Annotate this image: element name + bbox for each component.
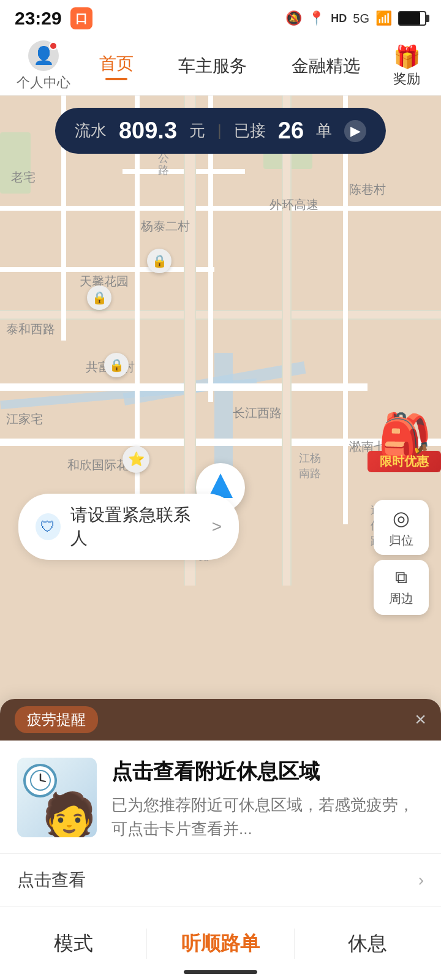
personal-label: 个人中心 xyxy=(17,74,70,92)
map-poi-3: 🔒 xyxy=(104,353,129,377)
map-label-2: 外环高速 xyxy=(270,197,318,213)
map-label-10: 老宅 xyxy=(11,169,36,186)
status-bar: 23:29 口 🔕 📍 HD 5G 📶 xyxy=(0,0,441,37)
avatar: 👤 xyxy=(28,40,59,71)
notif-content: 点击查看附近休息区域 已为您推荐附近可休息区域，若感觉疲劳，可点击卡片查看并..… xyxy=(111,758,424,841)
nav-home[interactable]: 首页 xyxy=(94,52,138,80)
notif-action-button[interactable]: 点击查看 xyxy=(17,869,86,892)
listen-order-button[interactable]: 听顺路单 xyxy=(147,930,293,957)
battery-icon xyxy=(398,11,426,26)
road-h2 xyxy=(0,310,441,320)
bell-icon: 🔕 xyxy=(285,10,302,26)
reward-label: 奖励 xyxy=(393,70,420,88)
nav-finance[interactable]: 金融精选 xyxy=(287,55,365,78)
nearby-label: 周边 xyxy=(389,590,413,607)
flow-unit: 元 xyxy=(189,120,205,141)
nav-car-service[interactable]: 车主服务 xyxy=(173,55,252,78)
map-label-8b: 南路 xyxy=(299,466,321,481)
nav-items: 首页 车主服务 金融精选 xyxy=(77,52,382,80)
shield-icon: 🛡 xyxy=(36,513,61,540)
signal-icon: 5G xyxy=(353,12,369,26)
personal-center-button[interactable]: 👤 个人中心 xyxy=(10,40,77,92)
wifi-signal-icon: 📶 xyxy=(375,10,392,26)
flow-amount: 809.3 xyxy=(119,118,177,144)
person-illustration: 🧑 xyxy=(42,793,97,837)
notif-desc: 已为您推荐附近可休息区域，若感觉疲劳，可点击卡片查看并... xyxy=(111,793,424,841)
home-indicator xyxy=(184,970,257,974)
order-count: 26 xyxy=(278,118,304,144)
notif-header: 疲劳提醒 × xyxy=(0,699,441,741)
nav-active-underline xyxy=(105,78,127,80)
right-controls: ◎ 归位 ⧉ 周边 xyxy=(374,500,429,615)
promo-icon: 🎒 xyxy=(368,414,441,457)
map-poi-2: 🔒 xyxy=(87,285,111,310)
map-label-7: 长江西路 xyxy=(233,405,282,421)
nav-car-label: 车主服务 xyxy=(178,55,247,78)
info-banner[interactable]: 流水 809.3 元 | 已接 26 单 ▶ xyxy=(55,108,386,154)
rest-label: 休息 xyxy=(348,930,387,957)
road-v4 xyxy=(343,96,348,524)
notification-card[interactable]: 疲劳提醒 × 🧑 点击查看附近休息区域 xyxy=(0,699,441,907)
mode-button[interactable]: 模式 xyxy=(0,930,146,957)
info-divider: | xyxy=(217,121,222,140)
emergency-text: 请设置紧急联系人 xyxy=(70,503,197,550)
map-label-0: 杨泰二村 xyxy=(141,218,190,235)
reward-icon: 🎁 xyxy=(393,44,421,70)
notif-footer[interactable]: 点击查看 › xyxy=(0,853,441,907)
road-v3 xyxy=(282,96,292,586)
river-2 xyxy=(214,353,233,475)
nearby-icon: ⧉ xyxy=(395,568,407,588)
status-time: 23:29 xyxy=(15,8,62,29)
map-label-3: 泰和西路 xyxy=(6,321,55,337)
bottom-nav: 模式 听顺路单 休息 xyxy=(0,907,441,980)
emergency-button[interactable]: 🛡 请设置紧急联系人 > xyxy=(18,494,239,560)
notification-dot xyxy=(49,42,58,50)
notif-title: 点击查看附近休息区域 xyxy=(111,758,424,785)
road-h3 xyxy=(0,267,214,272)
notif-body: 🧑 点击查看附近休息区域 已为您推荐附近可休息区域，若感觉疲劳，可点击卡片查看并… xyxy=(0,741,441,841)
map-label-5: 江家宅 xyxy=(6,411,43,428)
app-logo: 口 xyxy=(70,7,92,29)
top-nav: 👤 个人中心 首页 车主服务 金融精选 🎁 奖励 xyxy=(0,37,441,96)
map-area[interactable]: 杨泰二村 天馨花园 外环高速 泰和西路 共富一村 江家宅 和欣国际花园 长江西路… xyxy=(0,96,441,980)
road-h1 xyxy=(0,206,441,211)
promo-badge[interactable]: 🎒 限时优惠 xyxy=(368,414,441,494)
nav-finance-label: 金融精选 xyxy=(292,55,360,78)
chevron-right-icon: > xyxy=(212,517,222,537)
hd-icon: HD xyxy=(331,12,347,25)
notif-image: 🧑 xyxy=(17,758,97,837)
notif-badge: 疲劳提醒 xyxy=(15,706,98,733)
map-label-8: 江杨 xyxy=(299,451,321,466)
map-poi-4: ⭐ xyxy=(123,446,149,473)
status-icons: 🔕 📍 HD 5G 📶 xyxy=(285,10,426,26)
rest-button[interactable]: 休息 xyxy=(295,930,441,957)
info-arrow[interactable]: ▶ xyxy=(344,120,366,142)
location-icon: 📍 xyxy=(308,10,325,26)
notif-close-button[interactable]: × xyxy=(415,708,426,731)
map-label-13b: 路 xyxy=(158,163,169,178)
notif-action-arrow: › xyxy=(418,870,424,890)
map-poi-1: 🔒 xyxy=(147,249,172,273)
order-unit: 单 xyxy=(316,120,332,141)
order-prefix: 已接 xyxy=(234,120,266,141)
mode-label: 模式 xyxy=(54,930,93,957)
nav-home-label: 首页 xyxy=(99,52,134,75)
locate-label: 归位 xyxy=(389,532,413,549)
listen-order-label: 听顺路单 xyxy=(181,930,260,957)
nearby-button[interactable]: ⧉ 周边 xyxy=(374,560,429,615)
flow-label: 流水 xyxy=(75,120,107,141)
svg-line-2 xyxy=(40,780,45,782)
map-label-11: 陈巷村 xyxy=(349,181,386,198)
locate-button[interactable]: ◎ 归位 xyxy=(374,500,429,555)
locate-icon: ◎ xyxy=(393,507,410,530)
nav-reward[interactable]: 🎁 奖励 xyxy=(382,44,431,88)
